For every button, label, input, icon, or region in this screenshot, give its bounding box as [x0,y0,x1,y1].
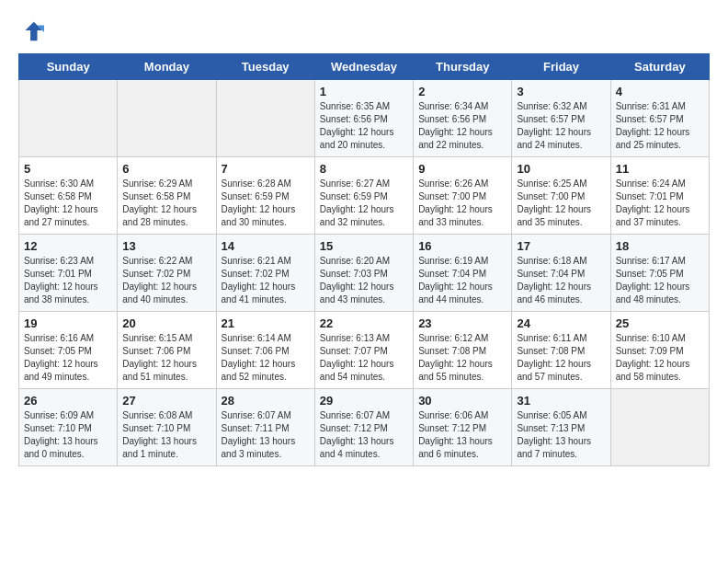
day-info: Sunrise: 6:27 AM Sunset: 6:59 PM Dayligh… [320,178,408,229]
day-number: 11 [616,162,704,176]
day-number: 30 [418,394,506,408]
weekday-header: Thursday [414,54,512,80]
calendar-week-row: 26Sunrise: 6:09 AM Sunset: 7:10 PM Dayli… [19,389,710,466]
weekday-header: Tuesday [216,54,314,80]
calendar-table: SundayMondayTuesdayWednesdayThursdayFrid… [18,53,710,466]
day-info: Sunrise: 6:31 AM Sunset: 6:57 PM Dayligh… [616,100,704,152]
day-info: Sunrise: 6:11 AM Sunset: 7:08 PM Dayligh… [517,332,605,384]
calendar-cell: 13Sunrise: 6:22 AM Sunset: 7:02 PM Dayli… [118,235,216,312]
calendar-cell: 24Sunrise: 6:11 AM Sunset: 7:08 PM Dayli… [512,312,610,389]
day-info: Sunrise: 6:14 AM Sunset: 7:06 PM Dayligh… [222,332,310,384]
calendar-cell: 30Sunrise: 6:06 AM Sunset: 7:12 PM Dayli… [414,389,512,466]
day-info: Sunrise: 6:13 AM Sunset: 7:07 PM Dayligh… [320,332,408,384]
logo-icon [18,18,44,44]
calendar-cell: 22Sunrise: 6:13 AM Sunset: 7:07 PM Dayli… [314,312,413,389]
calendar-cell: 4Sunrise: 6:31 AM Sunset: 6:57 PM Daylig… [610,80,709,157]
calendar-week-row: 19Sunrise: 6:16 AM Sunset: 7:05 PM Dayli… [19,312,710,389]
calendar-cell: 9Sunrise: 6:26 AM Sunset: 7:00 PM Daylig… [414,157,512,235]
calendar-cell: 26Sunrise: 6:09 AM Sunset: 7:10 PM Dayli… [19,389,118,466]
day-info: Sunrise: 6:23 AM Sunset: 7:01 PM Dayligh… [24,255,112,306]
day-number: 21 [222,316,310,330]
day-info: Sunrise: 6:15 AM Sunset: 7:06 PM Dayligh… [122,332,210,384]
calendar-week-row: 1Sunrise: 6:35 AM Sunset: 6:56 PM Daylig… [19,80,710,157]
calendar-cell [610,389,709,466]
calendar-cell: 2Sunrise: 6:34 AM Sunset: 6:56 PM Daylig… [414,80,512,157]
day-number: 15 [320,239,408,253]
day-info: Sunrise: 6:09 AM Sunset: 7:10 PM Dayligh… [24,409,112,461]
logo [18,18,46,44]
day-info: Sunrise: 6:34 AM Sunset: 6:56 PM Dayligh… [418,100,506,152]
calendar-cell: 19Sunrise: 6:16 AM Sunset: 7:05 PM Dayli… [19,312,118,389]
day-info: Sunrise: 6:35 AM Sunset: 6:56 PM Dayligh… [320,100,408,152]
day-number: 18 [616,239,704,253]
day-info: Sunrise: 6:07 AM Sunset: 7:12 PM Dayligh… [320,409,408,461]
day-number: 2 [418,85,506,98]
calendar-cell: 25Sunrise: 6:10 AM Sunset: 7:09 PM Dayli… [610,312,709,389]
day-info: Sunrise: 6:24 AM Sunset: 7:01 PM Dayligh… [616,178,704,229]
calendar-cell: 12Sunrise: 6:23 AM Sunset: 7:01 PM Dayli… [19,235,118,312]
calendar-cell: 5Sunrise: 6:30 AM Sunset: 6:58 PM Daylig… [19,157,118,235]
day-number: 28 [222,394,310,408]
day-number: 14 [222,239,310,253]
day-info: Sunrise: 6:05 AM Sunset: 7:13 PM Dayligh… [517,409,605,461]
day-info: Sunrise: 6:17 AM Sunset: 7:05 PM Dayligh… [616,255,704,306]
calendar-cell: 10Sunrise: 6:25 AM Sunset: 7:00 PM Dayli… [512,157,610,235]
calendar-cell: 16Sunrise: 6:19 AM Sunset: 7:04 PM Dayli… [414,235,512,312]
calendar-week-row: 12Sunrise: 6:23 AM Sunset: 7:01 PM Dayli… [19,235,710,312]
day-info: Sunrise: 6:28 AM Sunset: 6:59 PM Dayligh… [222,178,310,229]
day-number: 6 [122,162,210,176]
day-number: 29 [320,394,408,408]
day-number: 9 [418,162,506,176]
day-number: 5 [24,162,112,176]
day-info: Sunrise: 6:16 AM Sunset: 7:05 PM Dayligh… [24,332,112,384]
calendar-cell: 6Sunrise: 6:29 AM Sunset: 6:58 PM Daylig… [118,157,216,235]
calendar-cell: 14Sunrise: 6:21 AM Sunset: 7:02 PM Dayli… [216,235,314,312]
calendar-cell: 21Sunrise: 6:14 AM Sunset: 7:06 PM Dayli… [216,312,314,389]
weekday-header: Monday [118,54,216,80]
svg-marker-0 [25,22,42,41]
calendar-cell: 29Sunrise: 6:07 AM Sunset: 7:12 PM Dayli… [314,389,413,466]
day-number: 25 [616,316,704,330]
day-number: 10 [517,162,605,176]
day-number: 27 [122,394,210,408]
day-number: 26 [24,394,112,408]
day-number: 17 [517,239,605,253]
calendar-week-row: 5Sunrise: 6:30 AM Sunset: 6:58 PM Daylig… [19,157,710,235]
calendar-cell: 27Sunrise: 6:08 AM Sunset: 7:10 PM Dayli… [118,389,216,466]
calendar-cell: 18Sunrise: 6:17 AM Sunset: 7:05 PM Dayli… [610,235,709,312]
day-info: Sunrise: 6:18 AM Sunset: 7:04 PM Dayligh… [517,255,605,306]
day-info: Sunrise: 6:29 AM Sunset: 6:58 PM Dayligh… [122,178,210,229]
day-number: 8 [320,162,408,176]
calendar-cell: 11Sunrise: 6:24 AM Sunset: 7:01 PM Dayli… [610,157,709,235]
calendar-cell: 23Sunrise: 6:12 AM Sunset: 7:08 PM Dayli… [414,312,512,389]
day-number: 12 [24,239,112,253]
day-number: 20 [122,316,210,330]
day-number: 23 [418,316,506,330]
day-info: Sunrise: 6:07 AM Sunset: 7:11 PM Dayligh… [222,409,310,461]
day-info: Sunrise: 6:32 AM Sunset: 6:57 PM Dayligh… [517,100,605,152]
calendar-cell: 17Sunrise: 6:18 AM Sunset: 7:04 PM Dayli… [512,235,610,312]
weekday-header: Friday [512,54,610,80]
day-number: 16 [418,239,506,253]
day-number: 1 [320,85,408,98]
calendar-cell: 20Sunrise: 6:15 AM Sunset: 7:06 PM Dayli… [118,312,216,389]
weekday-header: Sunday [19,54,118,80]
page-header [18,18,710,44]
day-number: 13 [122,239,210,253]
day-info: Sunrise: 6:22 AM Sunset: 7:02 PM Dayligh… [122,255,210,306]
day-info: Sunrise: 6:06 AM Sunset: 7:12 PM Dayligh… [418,409,506,461]
day-number: 19 [24,316,112,330]
calendar-cell: 31Sunrise: 6:05 AM Sunset: 7:13 PM Dayli… [512,389,610,466]
calendar-cell [118,80,216,157]
calendar-cell [19,80,118,157]
calendar-cell [216,80,314,157]
calendar-cell: 3Sunrise: 6:32 AM Sunset: 6:57 PM Daylig… [512,80,610,157]
day-info: Sunrise: 6:20 AM Sunset: 7:03 PM Dayligh… [320,255,408,306]
day-number: 4 [616,85,704,98]
day-number: 7 [222,162,310,176]
day-number: 31 [517,394,605,408]
day-info: Sunrise: 6:21 AM Sunset: 7:02 PM Dayligh… [222,255,310,306]
day-number: 22 [320,316,408,330]
day-info: Sunrise: 6:30 AM Sunset: 6:58 PM Dayligh… [24,178,112,229]
day-info: Sunrise: 6:12 AM Sunset: 7:08 PM Dayligh… [418,332,506,384]
